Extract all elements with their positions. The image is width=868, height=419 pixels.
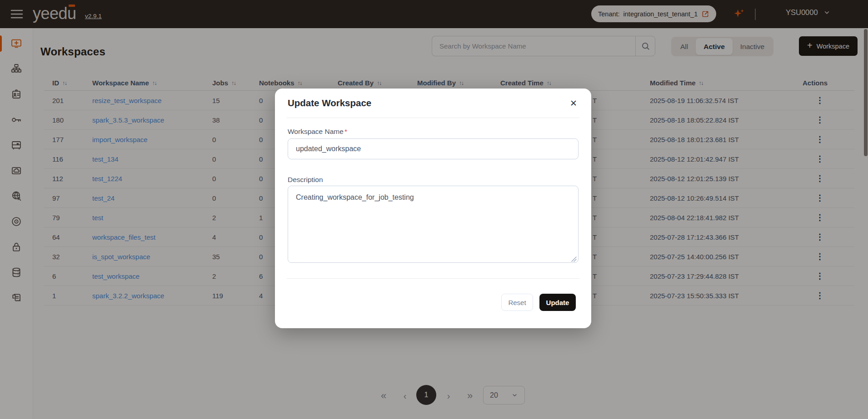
description-textarea[interactable]: Creating_workspace_for_job_testing xyxy=(288,186,579,263)
workspace-name-label: Workspace Name* xyxy=(288,128,347,136)
workspace-name-field[interactable] xyxy=(288,138,579,159)
description-field-wrap: Creating_workspace_for_job_testing xyxy=(288,186,579,263)
modal-footer-divider xyxy=(287,278,579,279)
update-workspace-modal: Update Workspace ✕ Workspace Name* Descr… xyxy=(275,89,591,328)
modal-divider xyxy=(287,118,579,118)
reset-button[interactable]: Reset xyxy=(501,294,533,311)
required-asterisk: * xyxy=(344,128,347,135)
description-label: Description xyxy=(288,176,323,184)
app-window: yeedu v2.9.1 Tenant: integration_test_te… xyxy=(0,0,868,419)
modal-footer: Reset Update xyxy=(275,294,591,311)
close-icon[interactable]: ✕ xyxy=(567,97,580,110)
modal-title: Update Workspace xyxy=(288,98,371,108)
update-button[interactable]: Update xyxy=(539,294,576,311)
